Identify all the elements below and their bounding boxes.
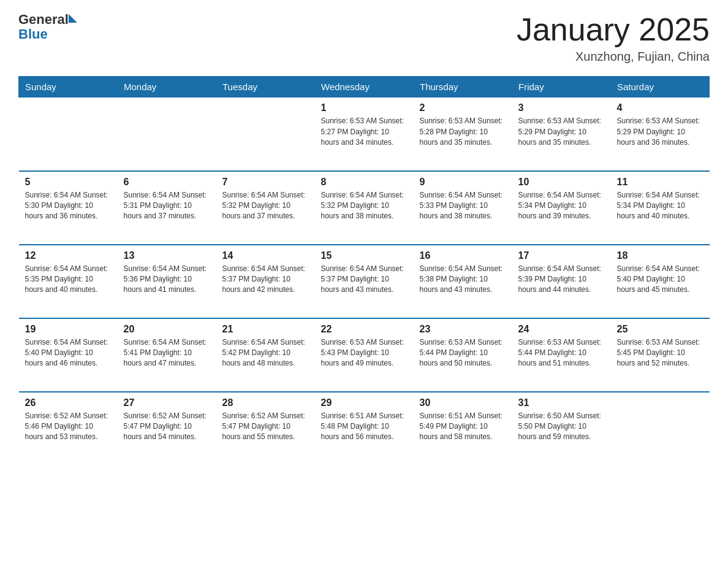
header-sunday: Sunday (19, 77, 118, 98)
logo-blue: Blue (18, 26, 48, 42)
day-info: Sunrise: 6:54 AM Sunset: 5:37 PM Dayligh… (222, 264, 309, 296)
day-info: Sunrise: 6:54 AM Sunset: 5:41 PM Dayligh… (124, 337, 210, 369)
day-info: Sunrise: 6:53 AM Sunset: 5:29 PM Dayligh… (518, 116, 605, 148)
day-number: 11 (617, 177, 703, 188)
calendar-cell: 17Sunrise: 6:54 AM Sunset: 5:39 PM Dayli… (512, 245, 611, 318)
day-number: 16 (420, 250, 506, 261)
calendar-cell: 31Sunrise: 6:50 AM Sunset: 5:50 PM Dayli… (512, 392, 611, 465)
day-number: 30 (420, 397, 506, 408)
calendar-cell: 27Sunrise: 6:52 AM Sunset: 5:47 PM Dayli… (118, 392, 216, 465)
calendar-header-row: SundayMondayTuesdayWednesdayThursdayFrid… (19, 77, 710, 98)
day-info: Sunrise: 6:52 AM Sunset: 5:46 PM Dayligh… (25, 411, 112, 443)
day-number: 17 (518, 250, 605, 261)
day-number: 24 (518, 324, 605, 335)
logo-triangle-icon (69, 14, 77, 23)
day-info: Sunrise: 6:54 AM Sunset: 5:32 PM Dayligh… (321, 190, 408, 222)
header-tuesday: Tuesday (216, 77, 315, 98)
day-number: 6 (124, 177, 210, 188)
calendar-cell: 29Sunrise: 6:51 AM Sunset: 5:48 PM Dayli… (315, 392, 414, 465)
header-saturday: Saturday (611, 77, 710, 98)
day-info: Sunrise: 6:53 AM Sunset: 5:44 PM Dayligh… (420, 337, 506, 369)
calendar-cell: 7Sunrise: 6:54 AM Sunset: 5:32 PM Daylig… (216, 171, 315, 245)
calendar-week-row: 12Sunrise: 6:54 AM Sunset: 5:35 PM Dayli… (19, 245, 710, 318)
day-number: 4 (617, 102, 703, 113)
calendar-cell: 3Sunrise: 6:53 AM Sunset: 5:29 PM Daylig… (512, 98, 611, 171)
day-number: 14 (222, 250, 309, 261)
day-info: Sunrise: 6:53 AM Sunset: 5:43 PM Dayligh… (321, 337, 408, 369)
day-info: Sunrise: 6:54 AM Sunset: 5:31 PM Dayligh… (124, 190, 210, 222)
day-info: Sunrise: 6:54 AM Sunset: 5:40 PM Dayligh… (25, 337, 112, 369)
header-thursday: Thursday (414, 77, 512, 98)
day-number: 23 (420, 324, 506, 335)
day-info: Sunrise: 6:52 AM Sunset: 5:47 PM Dayligh… (124, 411, 210, 443)
day-number: 8 (321, 177, 408, 188)
header-wednesday: Wednesday (315, 77, 414, 98)
calendar-cell: 23Sunrise: 6:53 AM Sunset: 5:44 PM Dayli… (414, 318, 512, 392)
calendar-cell: 21Sunrise: 6:54 AM Sunset: 5:42 PM Dayli… (216, 318, 315, 392)
day-number: 7 (222, 177, 309, 188)
day-number: 31 (518, 397, 605, 408)
logo-general: General (18, 12, 69, 27)
day-info: Sunrise: 6:54 AM Sunset: 5:37 PM Dayligh… (321, 264, 408, 296)
day-number: 26 (25, 397, 112, 408)
calendar-week-row: 1Sunrise: 6:53 AM Sunset: 5:27 PM Daylig… (19, 98, 710, 171)
day-number: 13 (124, 250, 210, 261)
day-info: Sunrise: 6:52 AM Sunset: 5:47 PM Dayligh… (222, 411, 309, 443)
day-info: Sunrise: 6:54 AM Sunset: 5:36 PM Dayligh… (124, 264, 210, 296)
day-info: Sunrise: 6:54 AM Sunset: 5:30 PM Dayligh… (25, 190, 112, 222)
calendar-cell: 19Sunrise: 6:54 AM Sunset: 5:40 PM Dayli… (19, 318, 118, 392)
day-number: 27 (124, 397, 210, 408)
day-number: 29 (321, 397, 408, 408)
day-number: 5 (25, 177, 112, 188)
calendar-table: SundayMondayTuesdayWednesdayThursdayFrid… (18, 76, 710, 465)
day-info: Sunrise: 6:53 AM Sunset: 5:27 PM Dayligh… (321, 116, 408, 148)
day-number: 2 (420, 102, 506, 113)
calendar-cell: 30Sunrise: 6:51 AM Sunset: 5:49 PM Dayli… (414, 392, 512, 465)
day-number: 20 (124, 324, 210, 335)
day-number: 21 (222, 324, 309, 335)
calendar-cell: 10Sunrise: 6:54 AM Sunset: 5:34 PM Dayli… (512, 171, 611, 245)
day-info: Sunrise: 6:54 AM Sunset: 5:32 PM Dayligh… (222, 190, 309, 222)
day-number: 10 (518, 177, 605, 188)
calendar-cell: 11Sunrise: 6:54 AM Sunset: 5:34 PM Dayli… (611, 171, 710, 245)
day-info: Sunrise: 6:50 AM Sunset: 5:50 PM Dayligh… (518, 411, 605, 443)
calendar-cell: 13Sunrise: 6:54 AM Sunset: 5:36 PM Dayli… (118, 245, 216, 318)
day-number: 22 (321, 324, 408, 335)
header-monday: Monday (118, 77, 216, 98)
day-info: Sunrise: 6:53 AM Sunset: 5:45 PM Dayligh… (617, 337, 703, 369)
calendar-cell: 9Sunrise: 6:54 AM Sunset: 5:33 PM Daylig… (414, 171, 512, 245)
calendar-cell: 14Sunrise: 6:54 AM Sunset: 5:37 PM Dayli… (216, 245, 315, 318)
calendar-cell (118, 98, 216, 171)
day-number: 3 (518, 102, 605, 113)
day-number: 19 (25, 324, 112, 335)
day-number: 25 (617, 324, 703, 335)
calendar-cell: 6Sunrise: 6:54 AM Sunset: 5:31 PM Daylig… (118, 171, 216, 245)
day-number: 18 (617, 250, 703, 261)
calendar-cell: 25Sunrise: 6:53 AM Sunset: 5:45 PM Dayli… (611, 318, 710, 392)
day-info: Sunrise: 6:54 AM Sunset: 5:34 PM Dayligh… (617, 190, 703, 222)
day-info: Sunrise: 6:54 AM Sunset: 5:42 PM Dayligh… (222, 337, 309, 369)
header-friday: Friday (512, 77, 611, 98)
day-info: Sunrise: 6:54 AM Sunset: 5:34 PM Dayligh… (518, 190, 605, 222)
calendar-cell: 26Sunrise: 6:52 AM Sunset: 5:46 PM Dayli… (19, 392, 118, 465)
logo: General Blue (18, 12, 77, 42)
day-number: 12 (25, 250, 112, 261)
calendar-cell: 1Sunrise: 6:53 AM Sunset: 5:27 PM Daylig… (315, 98, 414, 171)
calendar-week-row: 19Sunrise: 6:54 AM Sunset: 5:40 PM Dayli… (19, 318, 710, 392)
calendar-cell: 16Sunrise: 6:54 AM Sunset: 5:38 PM Dayli… (414, 245, 512, 318)
location: Xunzhong, Fujian, China (517, 50, 710, 64)
day-info: Sunrise: 6:54 AM Sunset: 5:38 PM Dayligh… (420, 264, 506, 296)
calendar-cell: 15Sunrise: 6:54 AM Sunset: 5:37 PM Dayli… (315, 245, 414, 318)
month-title: January 2025 (517, 12, 710, 47)
title-block: January 2025 Xunzhong, Fujian, China (517, 12, 710, 64)
day-info: Sunrise: 6:54 AM Sunset: 5:33 PM Dayligh… (420, 190, 506, 222)
calendar-cell: 22Sunrise: 6:53 AM Sunset: 5:43 PM Dayli… (315, 318, 414, 392)
calendar-cell: 28Sunrise: 6:52 AM Sunset: 5:47 PM Dayli… (216, 392, 315, 465)
day-info: Sunrise: 6:54 AM Sunset: 5:39 PM Dayligh… (518, 264, 605, 296)
calendar-cell (611, 392, 710, 465)
day-info: Sunrise: 6:54 AM Sunset: 5:35 PM Dayligh… (25, 264, 112, 296)
day-number: 1 (321, 102, 408, 113)
calendar-cell: 20Sunrise: 6:54 AM Sunset: 5:41 PM Dayli… (118, 318, 216, 392)
calendar-cell: 8Sunrise: 6:54 AM Sunset: 5:32 PM Daylig… (315, 171, 414, 245)
calendar-cell: 12Sunrise: 6:54 AM Sunset: 5:35 PM Dayli… (19, 245, 118, 318)
